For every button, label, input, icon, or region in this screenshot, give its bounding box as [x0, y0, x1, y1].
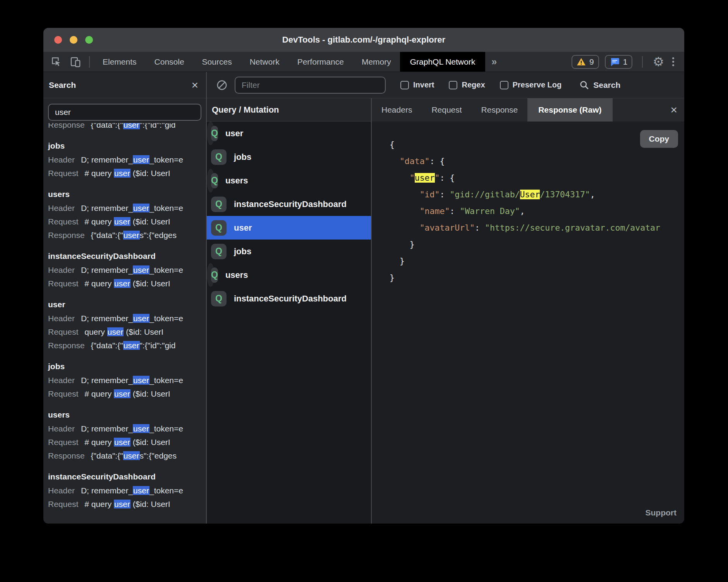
- query-list-item-label: user: [234, 223, 252, 233]
- tab-headers[interactable]: Headers: [372, 98, 422, 122]
- tab-response[interactable]: Response: [472, 98, 528, 122]
- more-tabs-chevron-icon[interactable]: »: [485, 52, 503, 72]
- query-badge: Q: [211, 244, 227, 259]
- close-window-button[interactable]: [54, 36, 62, 44]
- search-result-line[interactable]: HeaderD; remember_user_token=e: [48, 484, 206, 497]
- search-result-title[interactable]: user: [48, 298, 206, 312]
- match-highlight: user: [114, 389, 130, 398]
- search-result-title[interactable]: instanceSecurityDashboard: [48, 470, 206, 484]
- clear-icon[interactable]: [216, 79, 228, 91]
- message-icon: [610, 57, 620, 66]
- search-result-line[interactable]: HeaderD; remember_user_token=e: [48, 373, 206, 387]
- search-close-icon[interactable]: ×: [191, 79, 198, 91]
- query-mutation-title: Query / Mutation: [212, 105, 279, 115]
- device-toolbar-icon[interactable]: [66, 52, 85, 72]
- search-result-line-value: {"data":{"user":{"id":"gid: [91, 341, 176, 350]
- search-result-title[interactable]: instanceSecurityDashboard: [48, 249, 206, 263]
- zoom-window-button[interactable]: [85, 36, 93, 44]
- search-result-title[interactable]: jobs: [48, 139, 206, 153]
- search-result-line[interactable]: Response{"data":{"users":{"edges: [48, 449, 206, 462]
- tab-response-raw[interactable]: Response (Raw): [527, 98, 612, 122]
- query-list-item-instanceSecurityDashboard[interactable]: QinstanceSecurityDashboard: [207, 192, 371, 216]
- support-link[interactable]: Support: [646, 508, 676, 517]
- query-list-item-jobs[interactable]: Qjobs: [207, 145, 371, 169]
- issues-badge[interactable]: 1: [605, 55, 633, 69]
- query-badge: Q: [211, 267, 218, 283]
- query-list-item-label: users: [225, 176, 248, 186]
- response-json-line: "data": {: [390, 153, 684, 169]
- tab-sources[interactable]: Sources: [193, 52, 241, 72]
- detail-close-icon[interactable]: ×: [670, 98, 684, 122]
- query-list-item-jobs[interactable]: Qjobs: [207, 240, 371, 263]
- query-list-item-instanceSecurityDashboard[interactable]: QinstanceSecurityDashboard: [207, 287, 371, 310]
- tab-performance[interactable]: Performance: [288, 52, 353, 72]
- search-result-line-value: query user ($id: UserI: [84, 327, 163, 336]
- checkbox-invert[interactable]: Invert: [400, 80, 434, 89]
- tab-request[interactable]: Request: [422, 98, 471, 122]
- toolbar-separator: [642, 56, 643, 68]
- more-options-icon[interactable]: [670, 57, 676, 66]
- tab-console[interactable]: Console: [146, 52, 193, 72]
- checkbox-preserve-log[interactable]: Preserve Log: [500, 80, 562, 89]
- search-result-line-label: Header: [48, 486, 75, 495]
- response-json-line: "id": "gid://gitlab/User/13704317",: [390, 186, 684, 203]
- search-result-line[interactable]: HeaderD; remember_user_token=e: [48, 422, 206, 435]
- devtools-window: DevTools - gitlab.com/-/graphql-explorer…: [43, 28, 684, 524]
- search-result-line-value: D; remember_user_token=e: [81, 155, 183, 164]
- inspect-element-icon[interactable]: [47, 52, 66, 72]
- search-result-line[interactable]: Requestquery user ($id: UserI: [48, 325, 206, 339]
- tab-network[interactable]: Network: [241, 52, 288, 72]
- query-mutation-header: Query / Mutation: [207, 98, 371, 122]
- search-result-line[interactable]: Request# query user ($id: UserI: [48, 215, 206, 228]
- search-result-title[interactable]: users: [48, 408, 206, 422]
- network-area: InvertRegexPreserve Log Search Query / M…: [207, 72, 684, 524]
- search-result-line-label: Header: [48, 265, 75, 274]
- search-result-title[interactable]: jobs: [48, 359, 206, 373]
- search-result-line[interactable]: Request# query user ($id: UserI: [48, 435, 206, 449]
- tab-elements[interactable]: Elements: [94, 52, 146, 72]
- match-highlight: user: [123, 123, 140, 129]
- settings-gear-icon[interactable]: ⚙: [652, 55, 664, 68]
- search-result-line[interactable]: HeaderD; remember_user_token=e: [48, 263, 206, 277]
- query-list-item-label: jobs: [234, 246, 251, 257]
- filter-checkboxes: InvertRegexPreserve Log: [386, 80, 561, 89]
- detail-tabs: HeadersRequestResponse Response (Raw) ×: [372, 98, 684, 122]
- tab-graphql-network[interactable]: GraphQL Network: [400, 52, 485, 72]
- query-list-item-label: user: [225, 128, 243, 139]
- issues-count: 1: [623, 57, 628, 67]
- filter-search-toggle[interactable]: Search: [579, 80, 620, 90]
- search-result-line[interactable]: HeaderD; remember_user_token=e: [48, 153, 206, 166]
- query-list-item-user[interactable]: Quser: [207, 122, 215, 145]
- search-result-line[interactable]: Request# query user ($id: UserI: [48, 497, 206, 511]
- warnings-badge[interactable]: 9: [572, 55, 599, 69]
- window-title: DevTools - gitlab.com/-/graphql-explorer: [282, 35, 445, 45]
- search-result-line-value: # query user ($id: UserI: [84, 169, 170, 178]
- checkbox-box: [400, 81, 409, 89]
- search-result-line[interactable]: HeaderD; remember_user_token=e: [48, 201, 206, 215]
- tab-memory[interactable]: Memory: [353, 52, 400, 72]
- checkbox-label: Regex: [462, 80, 485, 89]
- search-result-line-label: Header: [48, 155, 75, 164]
- query-list-item-user[interactable]: Quser: [207, 216, 371, 240]
- filter-input[interactable]: [235, 77, 386, 94]
- checkbox-regex[interactable]: Regex: [449, 80, 485, 89]
- query-list-item-users[interactable]: Qusers: [207, 263, 215, 287]
- query-badge: Q: [211, 197, 227, 212]
- search-result-line[interactable]: Response{"data":{"users":{"edges: [48, 228, 206, 242]
- match-highlight: user: [133, 486, 149, 495]
- search-result-line-label: Request: [48, 279, 78, 288]
- search-result-line[interactable]: Response{"data":{"user":{"id":"gid: [48, 339, 206, 352]
- match-highlight: user: [133, 424, 149, 433]
- search-query-input[interactable]: [48, 104, 201, 121]
- search-result-line[interactable]: Response{"data":{"user":{"id":"gid: [48, 123, 206, 132]
- search-result-line-label: Request: [48, 389, 78, 398]
- search-result-line[interactable]: Request# query user ($id: UserI: [48, 166, 206, 180]
- minimize-window-button[interactable]: [70, 36, 77, 44]
- match-highlight: user: [114, 500, 130, 508]
- search-result-title[interactable]: users: [48, 187, 206, 201]
- search-result-line[interactable]: HeaderD; remember_user_token=e: [48, 312, 206, 325]
- search-result-clipped-line[interactable]: Response{"data":{"user":{"id":"gid: [48, 123, 206, 132]
- search-result-line[interactable]: Request# query user ($id: UserI: [48, 387, 206, 401]
- search-result-line[interactable]: Request# query user ($id: UserI: [48, 277, 206, 290]
- query-list-item-users[interactable]: Qusers: [207, 169, 215, 192]
